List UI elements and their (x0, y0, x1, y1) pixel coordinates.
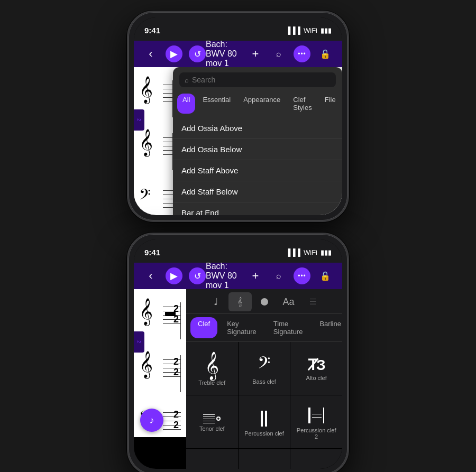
filter-tab-file[interactable]: File (319, 94, 341, 114)
note-icon: ♩ (214, 296, 218, 308)
lock-button[interactable]: 🔓 (317, 45, 334, 62)
play-button[interactable]: ▶ (166, 45, 182, 62)
more-button[interactable]: ••• (294, 45, 310, 62)
tenor-label: Tenor clef (199, 425, 225, 432)
bottom-phone: 9:41 ▐▐▐ WiFi ▮▮▮ ‹ ▶ ↺ Bach: BWV 80 mov… (127, 233, 349, 472)
battery-icon: ▮▮▮ (321, 26, 332, 34)
status-bar: 9:41 ▐▐▐ WiFi ▮▮▮ (134, 17, 342, 41)
dropdown-search: ⌕ (173, 67, 342, 91)
left-tab-2[interactable]: 2 (134, 331, 144, 353)
percussion2-label: Percussion clef 2 (295, 427, 338, 440)
float-button-icon-2: ♪ (150, 415, 154, 426)
status-icons-2: ▐▐▐ WiFi ▮▮▮ (286, 248, 332, 256)
panel-tab-key-sig[interactable]: Key Signature (219, 317, 264, 338)
dropdown-menu: ⌕ All Essential Appearance Clef Styles F… (173, 67, 342, 215)
clef-icon: 𝄞 (237, 297, 242, 307)
search-button[interactable]: ⌕ (270, 45, 287, 62)
clef-extra1[interactable]: T (186, 449, 238, 469)
menu-item-add-ossia-above[interactable]: Add Ossia Above (173, 118, 342, 139)
top-phone: 9:41 ▐▐▐ WiFi ▮▮▮ ‹ ▶ ↺ Bach: BWV 80 mov… (127, 11, 349, 222)
signal-icon-2: ▐▐▐ (286, 248, 300, 256)
back-button-2[interactable]: ‹ (142, 267, 159, 284)
more-button-2[interactable]: ••• (294, 267, 310, 284)
treble-label: Treble clef (198, 380, 225, 386)
back-button[interactable]: ‹ (142, 45, 159, 62)
search-box[interactable]: ⌕ (179, 72, 336, 87)
menu-item-add-staff-below[interactable]: Add Staff Below (173, 181, 342, 202)
clef-bass[interactable]: 𝄢 Bass clef (239, 342, 290, 395)
clef-grid: 𝄞 Treble clef 𝄢 Bass clef ȾЗ Alto clef (186, 342, 342, 448)
menu-item-bar-at-end[interactable]: Bar at End (173, 202, 342, 215)
clef-extra3[interactable] (290, 449, 342, 469)
menu-item-add-ossia-below[interactable]: Add Ossia Below (173, 139, 342, 160)
clef-extra2[interactable] (239, 449, 290, 469)
clef-percussion2[interactable]: Percussion clef 2 (290, 395, 342, 448)
clef-alto[interactable]: ȾЗ Alto clef (290, 342, 342, 395)
bass-label: Bass clef (252, 378, 276, 385)
panel-icon-text[interactable]: Aa (277, 292, 300, 311)
nav-right-2: + ⌕ ••• 🔓 (247, 267, 334, 284)
panel-tab-clef[interactable]: Clef (190, 317, 217, 338)
lock-button-2[interactable]: 🔓 (317, 267, 334, 284)
wifi-icon: WiFi (304, 26, 317, 34)
status-bar-2: 9:41 ▐▐▐ WiFi ▮▮▮ (134, 239, 342, 263)
menu-item-add-staff-above[interactable]: Add Staff Above (173, 160, 342, 181)
filter-tab-all[interactable]: All (177, 94, 195, 114)
nav-bar-2: ‹ ▶ ↺ Bach: BWV 80 mov 1 + ⌕ ••• 🔓 (134, 263, 342, 289)
filter-tab-clef-styles[interactable]: Clef Styles (288, 94, 317, 114)
signal-icon: ▐▐▐ (286, 26, 300, 34)
filter-tab-appearance[interactable]: Appearance (238, 94, 286, 114)
panel-tab-barline[interactable]: Barline (312, 317, 342, 338)
nav-left: ‹ ▶ ↺ (142, 45, 206, 62)
panel-icon-clef[interactable]: 𝄞 (228, 292, 252, 311)
circle-icon (261, 298, 268, 306)
bars-icon: 𝄚 (310, 298, 316, 307)
clef-treble[interactable]: 𝄞 Treble clef (186, 342, 238, 395)
battery-icon-2: ▮▮▮ (321, 248, 332, 256)
search-icon: ⌕ (185, 76, 189, 84)
panel-icon-circle[interactable] (253, 292, 276, 311)
filter-tab-essential[interactable]: Essential (197, 94, 236, 114)
add-button[interactable]: + (247, 45, 264, 62)
left-tab-label: 2 (136, 118, 142, 121)
alto-label: Alto clef (306, 375, 327, 381)
play-button-2[interactable]: ▶ (166, 267, 182, 284)
search-button-2[interactable]: ⌕ (270, 267, 287, 284)
filter-tabs: All Essential Appearance Clef Styles Fil… (173, 91, 342, 118)
nav-title: Bach: BWV 80 mov 1 (206, 40, 247, 68)
clef-tenor[interactable]: Tenor clef (186, 395, 238, 448)
nav-bar: ‹ ▶ ↺ Bach: BWV 80 mov 1 + ⌕ ••• 🔓 (134, 41, 342, 67)
nav-left-2: ‹ ▶ ↺ (142, 267, 206, 284)
panel-tab-time-sig[interactable]: Time Signature (266, 317, 310, 338)
rewind-button-2[interactable]: ↺ (189, 267, 206, 284)
nav-title-2: Bach: BWV 80 mov 1 (206, 262, 247, 290)
search-input[interactable] (192, 76, 331, 84)
add-button-2[interactable]: + (247, 267, 264, 284)
score-area: 2 𝄞 22 (134, 67, 342, 215)
left-tab[interactable]: 2 (134, 109, 144, 131)
panel-icon-bars[interactable]: 𝄚 (301, 292, 325, 311)
status-time-2: 9:41 (144, 248, 160, 257)
panel-icon-note[interactable]: ♩ (204, 292, 227, 311)
percussion-label: Percussion clef (244, 430, 284, 437)
status-icons: ▐▐▐ WiFi ▮▮▮ (286, 26, 332, 34)
left-tab-label-2: 2 (136, 340, 142, 343)
wifi-icon-2: WiFi (304, 248, 317, 256)
rewind-button[interactable]: ↺ (189, 45, 206, 62)
nav-right: + ⌕ ••• 🔓 (247, 45, 334, 62)
text-icon: Aa (282, 297, 294, 308)
float-button-2[interactable]: ♪ (140, 409, 163, 432)
menu-items: Add Ossia Above Add Ossia Below Add Staf… (173, 118, 342, 215)
status-time: 9:41 (144, 26, 160, 35)
clef-percussion[interactable]: Percussion clef (239, 395, 290, 448)
